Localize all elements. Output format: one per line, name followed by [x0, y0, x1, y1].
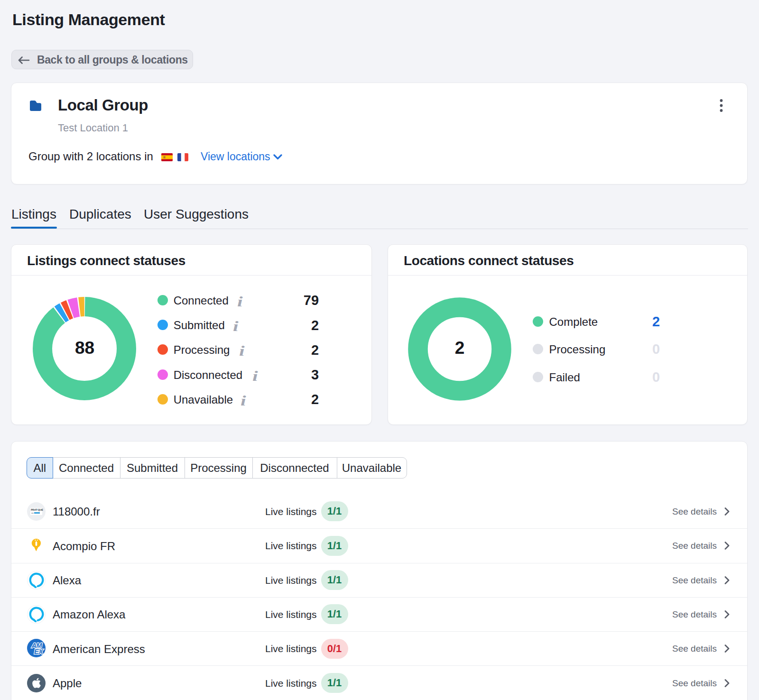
svg-text:EX: EX: [34, 648, 44, 655]
